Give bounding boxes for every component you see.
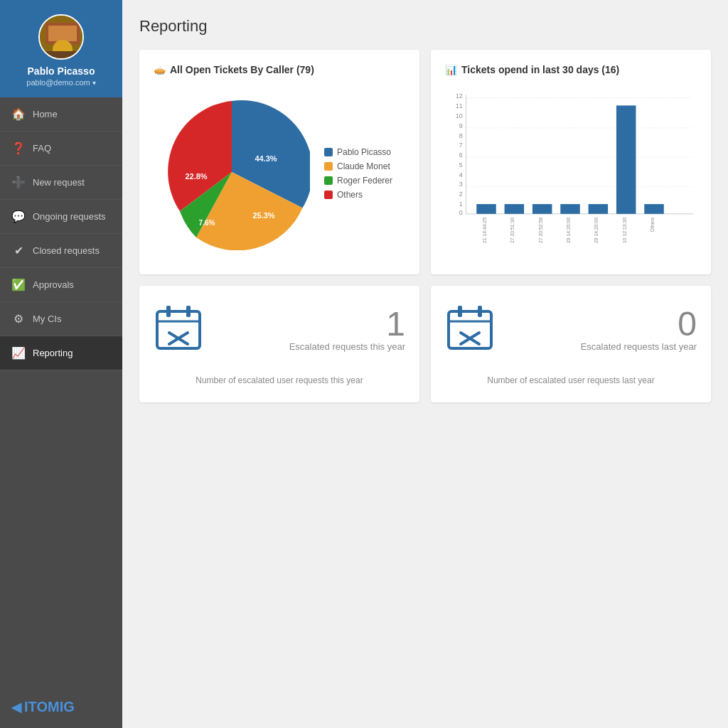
svg-text:2020-01-27 20:51:30: 2020-01-27 20:51:30: [510, 218, 515, 243]
sidebar-item-label: Approvals: [33, 279, 74, 290]
legend-dot-roger: [324, 176, 333, 185]
svg-text:44.3%: 44.3%: [255, 154, 277, 163]
sidebar-item-ongoing-requests[interactable]: 💬 Ongoing requests: [0, 200, 122, 234]
svg-text:22.8%: 22.8%: [185, 172, 207, 181]
sidebar-item-label: New request: [33, 177, 85, 188]
profile-email[interactable]: pablo@demo.com: [26, 78, 95, 87]
escalated-this-year-numbers: 1 Escalated requests this year: [289, 307, 405, 352]
avatar: [38, 14, 84, 60]
escalated-last-year-top: 0 Escalated requests last year: [445, 303, 697, 355]
sidebar-item-label: Reporting: [33, 348, 73, 358]
escalated-this-year-desc: Number of escalated user requests this y…: [196, 375, 363, 385]
sidebar-item-label: FAQ: [33, 143, 51, 154]
pie-legend: Pablo Picasso Claude Monet Roger Federer…: [324, 147, 392, 200]
bar-chart-title: 📊 Tickets opend in last 30 days (16): [445, 64, 697, 75]
svg-text:0: 0: [459, 209, 463, 216]
svg-rect-37: [166, 306, 171, 317]
bar-icon: 📊: [445, 64, 457, 75]
sidebar-item-approvals[interactable]: ✅ Approvals: [0, 268, 122, 302]
svg-rect-44: [478, 306, 482, 317]
svg-text:7.6%: 7.6%: [199, 219, 215, 227]
bar-3: [532, 204, 552, 214]
sidebar-item-label: Ongoing requests: [33, 211, 106, 222]
logo-arrow-icon: ◀: [11, 700, 21, 715]
page-title: Reporting: [139, 17, 711, 36]
legend-dot-others: [324, 191, 333, 199]
profile-section: Pablo Picasso pablo@demo.com: [0, 0, 122, 97]
sidebar-item-closed-requests[interactable]: ✔ Closed requests: [0, 234, 122, 268]
calendar-icon-last-year: [445, 303, 495, 355]
svg-text:10: 10: [456, 112, 463, 119]
bottom-cards-row: 1 Escalated requests this year Number of…: [139, 286, 711, 402]
escalated-last-year-numbers: 0 Escalated requests last year: [581, 307, 697, 352]
escalated-last-year-count: 0: [581, 307, 697, 341]
bar-2: [505, 204, 525, 214]
pie-chart-title: 🥧 All Open Tickets By Caller (79): [154, 64, 405, 75]
new-request-icon: ➕: [11, 176, 26, 189]
bar-5: [589, 204, 609, 214]
escalated-last-year-desc: Number of escalated user requests last y…: [487, 375, 654, 385]
svg-rect-41: [449, 311, 491, 348]
escalated-last-year-label: Escalated requests last year: [581, 341, 697, 352]
escalated-this-year-label: Escalated requests this year: [289, 341, 405, 352]
svg-text:Others: Others: [650, 217, 655, 232]
ongoing-icon: 💬: [11, 210, 26, 223]
bar-1: [476, 204, 496, 214]
sidebar-item-reporting[interactable]: 📈 Reporting: [0, 336, 122, 370]
escalated-this-year-card: 1 Escalated requests this year Number of…: [139, 286, 419, 402]
bar-chart-container: 12 11 10 9 8 7 6 5 4 3 2 1 0: [445, 87, 697, 229]
my-cis-icon: ⚙: [11, 312, 26, 326]
bar-4: [560, 204, 580, 214]
bar-6: [616, 105, 636, 213]
svg-text:5: 5: [459, 161, 463, 168]
bar-chart-card: 📊 Tickets opend in last 30 days (16) 12 …: [431, 50, 711, 274]
svg-text:25.3%: 25.3%: [252, 211, 274, 220]
escalated-this-year-count: 1: [289, 307, 405, 341]
profile-name: Pablo Picasso: [28, 65, 95, 77]
svg-text:6: 6: [459, 151, 463, 159]
sidebar-item-label: My CIs: [33, 314, 61, 324]
svg-text:4: 4: [459, 171, 463, 178]
svg-text:2020-01-27 20:52:56: 2020-01-27 20:52:56: [538, 218, 543, 243]
escalated-last-year-card: 0 Escalated requests last year Number of…: [431, 286, 711, 402]
svg-text:2020-01-21 14:44:25: 2020-01-21 14:44:25: [482, 218, 487, 243]
closed-icon: ✔: [11, 244, 26, 257]
sidebar-item-home[interactable]: 🏠 Home: [0, 97, 122, 132]
pie-chart-svg-container: 44.3% 25.3% 7.6% 22.8%: [154, 94, 310, 253]
bar-7: [644, 204, 664, 214]
approvals-icon: ✅: [11, 278, 26, 291]
legend-others: Others: [324, 190, 392, 200]
escalated-this-year-top: 1 Escalated requests this year: [154, 303, 405, 355]
faq-icon: ❓: [11, 141, 26, 155]
main-content: Reporting 🥧 All Open Tickets By Caller (…: [122, 0, 728, 728]
svg-text:11: 11: [456, 102, 463, 109]
legend-pablo: Pablo Picasso: [324, 147, 392, 157]
svg-rect-4: [40, 51, 84, 60]
sidebar-nav: 🏠 Home ❓ FAQ ➕ New request 💬 Ongoing req…: [0, 97, 122, 686]
reporting-icon: 📈: [11, 346, 26, 360]
pie-chart-container: 44.3% 25.3% 7.6% 22.8% Pablo Picasso Cla…: [154, 87, 405, 260]
legend-dot-claude: [324, 162, 333, 171]
sidebar-item-new-request[interactable]: ➕ New request: [0, 166, 122, 200]
sidebar-item-my-cis[interactable]: ⚙ My CIs: [0, 302, 122, 336]
bar-svg: 12 11 10 9 8 7 6 5 4 3 2 1 0: [445, 87, 697, 243]
svg-text:1: 1: [459, 200, 463, 208]
legend-roger: Roger Federer: [324, 176, 392, 186]
svg-text:2020-01-29 14:20:00: 2020-01-29 14:20:00: [594, 218, 599, 243]
svg-text:3: 3: [459, 181, 463, 188]
svg-rect-2: [48, 26, 77, 41]
svg-text:9: 9: [459, 122, 463, 129]
svg-text:2020-02-10 12:13:30: 2020-02-10 12:13:30: [622, 218, 627, 243]
pie-chart-card: 🥧 All Open Tickets By Caller (79): [139, 50, 419, 274]
logo: ◀ ITOMIG: [0, 686, 122, 728]
pie-svg: 44.3% 25.3% 7.6% 22.8%: [154, 94, 310, 250]
calendar-icon-this-year: [154, 303, 203, 355]
legend-dot-pablo: [324, 148, 333, 156]
sidebar-item-faq[interactable]: ❓ FAQ: [0, 132, 122, 166]
svg-text:12: 12: [456, 92, 463, 100]
svg-text:2020-01-29 14:20:00: 2020-01-29 14:20:00: [566, 218, 571, 243]
svg-text:7: 7: [459, 141, 463, 149]
pie-icon: 🥧: [154, 64, 166, 75]
top-cards-row: 🥧 All Open Tickets By Caller (79): [139, 50, 711, 274]
sidebar-item-label: Home: [33, 109, 58, 119]
